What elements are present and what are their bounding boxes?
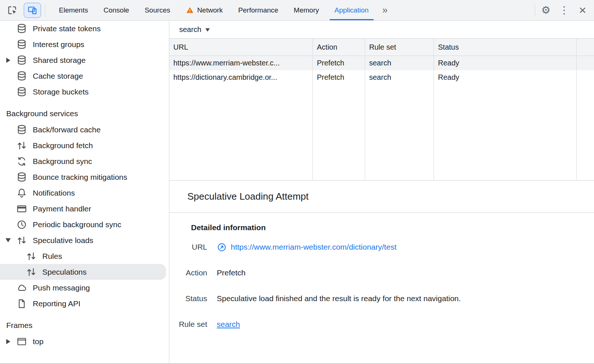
database-icon	[16, 55, 27, 66]
table-cell-url[interactable]: https://dictionary.cambridge.or...	[169, 70, 313, 85]
frame-icon	[16, 336, 27, 347]
card-icon	[16, 203, 27, 214]
database-icon	[16, 23, 27, 34]
column-header-status[interactable]: Status	[434, 39, 577, 56]
ruleset-filter-dropdown[interactable]: search	[169, 21, 594, 38]
open-resource-icon[interactable]	[217, 242, 227, 252]
detail-url-link[interactable]: https://www.merriam-webster.com/dictiona…	[231, 243, 396, 251]
database-icon	[16, 86, 27, 97]
warning-icon	[186, 6, 194, 14]
sidebar-item-speculations[interactable]: Speculations	[0, 264, 166, 280]
table-cell-status[interactable]: Ready	[434, 70, 577, 85]
sidebar-item-label: Speculative loads	[33, 236, 93, 245]
sidebar-item-periodic-background-sync[interactable]: Periodic background sync	[0, 217, 169, 232]
detail-value-text: Prefetch	[217, 268, 245, 277]
sidebar-item-interest-groups[interactable]: Interest groups	[0, 36, 169, 52]
chevron-down-icon	[205, 28, 210, 32]
sync-icon	[16, 156, 27, 167]
bell-icon	[16, 188, 27, 199]
file-icon	[16, 298, 27, 309]
table-cell-action[interactable]: Prefetch	[313, 70, 365, 85]
tab-label: Network	[197, 6, 223, 14]
speculations-panel: search URLActionRule setStatushttps://ww…	[169, 21, 594, 363]
detail-rule-set-link[interactable]: search	[217, 320, 240, 329]
sidebar-item-shared-storage[interactable]: Shared storage	[0, 52, 169, 68]
tab-network[interactable]: Network	[178, 0, 231, 20]
detail-field-rule-set: Rule setsearch	[176, 311, 594, 337]
tab-performance[interactable]: Performance	[230, 0, 286, 20]
detail-field-label: Rule set	[176, 320, 207, 329]
sidebar-item-label: top	[33, 337, 43, 346]
tab-sources[interactable]: Sources	[137, 0, 178, 20]
sidebar-item-label: Cache storage	[33, 72, 83, 81]
database-icon	[16, 172, 27, 183]
column-header-url[interactable]: URL	[169, 39, 313, 56]
settings-button[interactable]: ⚙	[537, 0, 555, 20]
chevron-right-icon[interactable]	[0, 339, 16, 344]
sidebar-item-background-fetch[interactable]: Background fetch	[0, 138, 169, 153]
tab-application[interactable]: Application	[327, 0, 376, 20]
kebab-menu-icon: ⋮	[559, 5, 569, 15]
tab-elements[interactable]: Elements	[51, 0, 96, 20]
table-cell-url[interactable]: https://www.merriam-webster.c...	[169, 56, 313, 70]
updown-icon	[26, 267, 37, 278]
sidebar-item-top[interactable]: top	[0, 333, 169, 349]
updown-icon	[16, 140, 27, 151]
sidebar-item-private-state-tokens[interactable]: Private state tokens	[0, 21, 169, 36]
detail-field-label: URL	[176, 243, 207, 251]
toggle-device-toolbar-button[interactable]	[24, 3, 41, 18]
sidebar-item-label: Interest groups	[33, 40, 84, 49]
table-cell-rule-set[interactable]: search	[365, 70, 434, 85]
grid-filler-column	[577, 85, 594, 180]
gear-icon: ⚙	[541, 5, 550, 15]
sidebar-item-rules[interactable]: Rules	[0, 248, 169, 264]
application-sidebar: Private state tokensInterest groupsShare…	[0, 21, 169, 363]
sidebar-item-background-sync[interactable]: Background sync	[0, 153, 169, 169]
sidebar-item-bounce-tracking-mitigations[interactable]: Bounce tracking mitigations	[0, 169, 169, 185]
sidebar-item-label: Storage buckets	[33, 88, 89, 96]
detailed-information-heading: Detailed information	[191, 223, 594, 232]
sidebar-item-cache-storage[interactable]: Cache storage	[0, 68, 169, 84]
chevron-right-icon[interactable]	[0, 58, 16, 63]
sidebar-item-reporting-api[interactable]: Reporting API	[0, 296, 169, 311]
sidebar-item-back-forward-cache[interactable]: Back/forward cache	[0, 122, 169, 138]
more-tabs-button[interactable]: »	[376, 0, 393, 20]
inspect-element-button[interactable]	[3, 0, 21, 20]
sidebar-item-label: Periodic background sync	[33, 220, 121, 229]
devtools-tabbar: ElementsConsoleSourcesNetworkPerformance…	[0, 0, 594, 21]
tab-label: Performance	[238, 6, 278, 14]
column-header-rule-set[interactable]: Rule set	[365, 39, 434, 56]
table-cell-status[interactable]: Ready	[434, 56, 577, 70]
inspect-icon	[7, 5, 18, 16]
updown-icon	[26, 251, 37, 262]
chevron-down-icon[interactable]	[0, 238, 16, 242]
sidebar-item-payment-handler[interactable]: Payment handler	[0, 201, 169, 217]
table-cell-rule-set[interactable]: search	[365, 56, 434, 70]
more-options-button[interactable]: ⋮	[555, 0, 573, 20]
close-devtools-button[interactable]: ×	[573, 0, 592, 20]
table-cell-action[interactable]: Prefetch	[313, 56, 365, 70]
table-row-filler	[577, 70, 594, 85]
device-toolbar-icon	[27, 5, 38, 15]
sidebar-item-label: Back/forward cache	[33, 125, 100, 134]
detail-field-value: Speculative load finished and the result…	[217, 294, 461, 303]
sidebar-item-label: Shared storage	[33, 56, 86, 65]
sidebar-item-notifications[interactable]: Notifications	[0, 185, 169, 201]
tab-label: Application	[335, 6, 369, 14]
table-row-filler	[577, 56, 594, 70]
updown-icon	[16, 235, 27, 246]
sidebar-item-label: Notifications	[33, 189, 75, 197]
detail-field-label: Status	[176, 294, 207, 303]
devtools-window: ElementsConsoleSourcesNetworkPerformance…	[0, 0, 594, 364]
detail-field-value: Prefetch	[217, 268, 245, 277]
column-header-filler	[577, 39, 594, 56]
sidebar-item-label: Bounce tracking mitigations	[33, 173, 127, 182]
sidebar-item-storage-buckets[interactable]: Storage buckets	[0, 84, 169, 100]
tab-console[interactable]: Console	[96, 0, 137, 20]
column-header-action[interactable]: Action	[313, 39, 365, 56]
sidebar-item-speculative-loads[interactable]: Speculative loads	[0, 232, 169, 248]
sidebar-item-push-messaging[interactable]: Push messaging	[0, 280, 169, 296]
tab-memory[interactable]: Memory	[286, 0, 327, 20]
grid-filler-column	[169, 85, 313, 180]
grid-filler-column	[313, 85, 365, 180]
